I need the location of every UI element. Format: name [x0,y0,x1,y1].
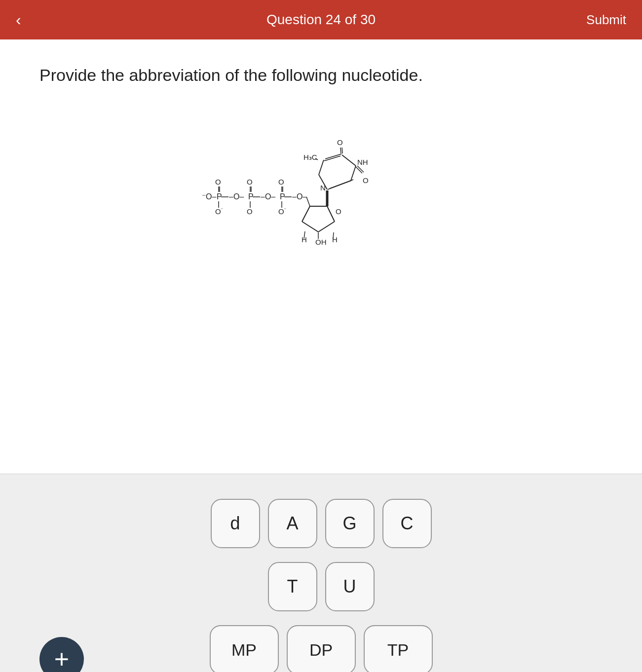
main-content: Provide the abbreviation of the followin… [0,39,642,474]
svg-line-58 [306,197,310,206]
svg-text:O: O [336,207,341,216]
svg-text:H₃C: H₃C [303,153,317,161]
svg-text:O: O [278,178,284,186]
answer-row-2: T U [268,562,375,611]
header: ‹ Question 24 of 30 Submit [0,0,642,39]
btn-dp[interactable]: DP [287,625,356,672]
answer-area: d A G C T U MP DP TP + [0,474,642,672]
btn-mp[interactable]: MP [210,625,279,672]
btn-t[interactable]: T [268,562,317,611]
svg-line-41 [319,160,324,175]
btn-g[interactable]: G [325,499,375,548]
svg-line-29 [318,222,335,232]
answer-row-1: d A G C [211,499,432,548]
molecule-diagram: ⁻O– P O O ⁻ –O– P O O –O– [39,116,603,284]
svg-text:–O–: –O– [229,192,244,201]
svg-text:O: O [337,138,343,147]
svg-line-30 [302,222,318,232]
svg-line-44 [342,155,356,166]
svg-text:O: O [247,207,253,216]
svg-text:O: O [215,178,221,186]
answer-row-3: MP DP TP [210,625,433,672]
svg-line-47 [330,180,353,188]
svg-text:O: O [247,178,253,186]
plus-button[interactable]: + [39,637,84,672]
svg-text:O: O [363,176,369,185]
btn-c[interactable]: C [382,499,432,548]
btn-tp[interactable]: TP [364,625,433,672]
svg-text:⁻: ⁻ [221,207,223,212]
svg-line-31 [302,206,310,222]
svg-line-51 [340,148,341,153]
svg-text:⁻: ⁻ [284,207,286,212]
svg-text:⁻O–: ⁻O– [202,192,216,201]
svg-text:OH: OH [315,238,327,246]
molecule-svg: ⁻O– P O O ⁻ –O– P O O –O– [193,126,450,274]
btn-d[interactable]: d [211,499,260,548]
svg-line-39 [333,232,334,239]
btn-a[interactable]: A [268,499,317,548]
svg-text:–O–: –O– [261,192,275,201]
question-counter: Question 24 of 30 [266,12,376,28]
svg-text:O: O [278,207,284,216]
submit-button[interactable]: Submit [586,12,626,28]
back-button[interactable]: ‹ [16,11,21,29]
svg-text:NH: NH [357,158,368,166]
svg-text:N: N [320,184,326,192]
svg-line-52 [342,148,342,153]
btn-u[interactable]: U [325,562,375,611]
svg-text:–O–: –O– [292,192,307,201]
svg-text:O: O [215,207,221,216]
svg-line-28 [327,206,335,222]
question-text: Provide the abbreviation of the followin… [39,64,484,87]
svg-line-45 [351,166,356,181]
